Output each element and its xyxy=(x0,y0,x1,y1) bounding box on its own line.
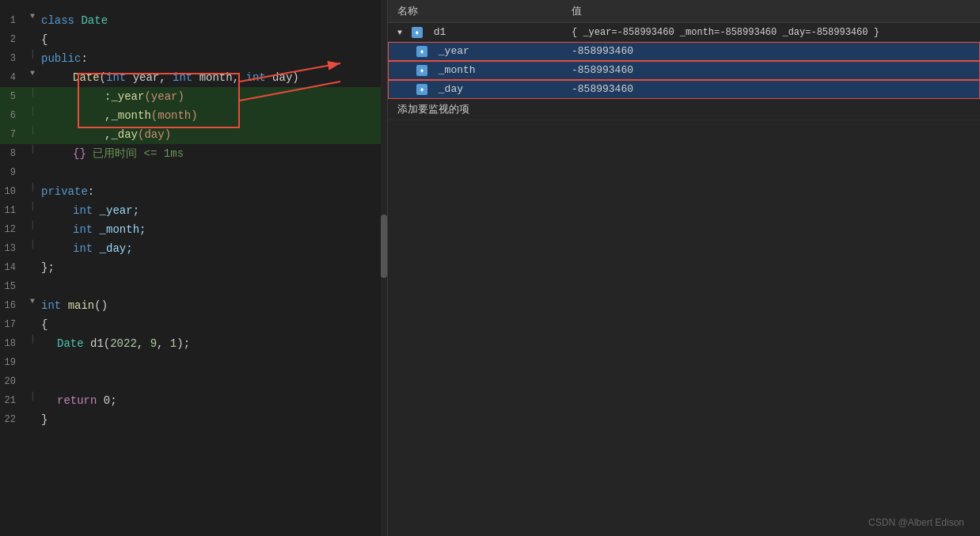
day-var-icon: ♦ xyxy=(416,84,427,95)
code-line-1: 1 ▼ class Date xyxy=(0,11,387,30)
year-name: _year xyxy=(439,45,469,57)
code-line-7: 7 │ ,_day(day) xyxy=(0,125,387,144)
code-line-19: 19 xyxy=(0,353,387,372)
code-line-2: 2 { xyxy=(0,30,387,49)
add-watch-row[interactable]: 添加要监视的项 xyxy=(388,99,980,120)
code-line-14: 14 }; xyxy=(0,258,387,277)
main-container: 1 ▼ class Date 2 { 3 │ public: xyxy=(0,0,980,536)
scrollbar-track[interactable] xyxy=(381,0,387,536)
year-var-icon: ♦ xyxy=(416,46,427,57)
debug-row-month[interactable]: ♦ _month -858993460 xyxy=(388,61,980,80)
code-line-22: 22 } xyxy=(0,410,387,429)
day-value-cell: -858993460 xyxy=(562,80,980,99)
d1-name-cell: ▼ ♦ d1 xyxy=(388,23,562,42)
code-line-9: 9 xyxy=(0,163,387,182)
month-var-icon: ♦ xyxy=(416,65,427,76)
debug-row-day[interactable]: ♦ _day -858993460 xyxy=(388,80,980,99)
scrollbar-thumb[interactable] xyxy=(381,215,387,278)
d1-value-cell: { _year=-858993460 _month=-858993460 _da… xyxy=(562,23,980,42)
code-line-15: 15 xyxy=(0,277,387,296)
debug-row-d1[interactable]: ▼ ♦ d1 { _year=-858993460 _month=-858993… xyxy=(388,23,980,42)
collapse-icon-main[interactable]: ▼ xyxy=(30,297,35,306)
code-line-16: 16 ▼ int main() xyxy=(0,296,387,315)
code-line-3: 3 │ public: xyxy=(0,49,387,68)
debug-table: 名称 值 ▼ ♦ d1 { _year=-858993460 _month=-8… xyxy=(388,0,980,120)
month-name-cell: ♦ _month xyxy=(388,61,562,80)
code-line-12: 12 │ int _month; xyxy=(0,220,387,239)
d1-var-icon: ♦ xyxy=(412,27,423,38)
code-line-21: 21 │ return 0; xyxy=(0,391,387,410)
debug-row-year[interactable]: ♦ _year -858993460 xyxy=(388,42,980,61)
collapse-icon[interactable]: ▼ xyxy=(30,12,35,21)
code-line-18: 18 │ Date d1(2022, 9, 1); xyxy=(0,334,387,353)
col-value-header: 值 xyxy=(562,0,980,23)
year-value-cell: -858993460 xyxy=(562,42,980,61)
code-line-13: 13 │ int _day; xyxy=(0,239,387,258)
year-name-cell: ♦ _year xyxy=(388,42,562,61)
code-line-17: 17 { xyxy=(0,315,387,334)
col-name-header: 名称 xyxy=(388,0,562,23)
code-line-4: 4 ▼ Date(int year, int month, int day) xyxy=(0,68,387,87)
code-line-10: 10 │ private: xyxy=(0,182,387,201)
code-line-8: 8 │ {} 已用时间 <= 1ms xyxy=(0,144,387,163)
debug-panel: 名称 值 ▼ ♦ d1 { _year=-858993460 _month=-8… xyxy=(388,0,980,536)
day-name-cell: ♦ _day xyxy=(388,80,562,99)
day-name: _day xyxy=(439,83,463,95)
code-line-20: 20 xyxy=(0,372,387,391)
collapse-icon-date[interactable]: ▼ xyxy=(30,69,35,78)
add-watch-label[interactable]: 添加要监视的项 xyxy=(388,99,980,120)
code-line-6: 6 │ ,_month(month) xyxy=(0,106,387,125)
month-value-cell: -858993460 xyxy=(562,61,980,80)
expand-icon-d1[interactable]: ▼ xyxy=(397,29,402,37)
code-line-5: 5 │ :_year(year) xyxy=(0,87,387,106)
code-panel: 1 ▼ class Date 2 { 3 │ public: xyxy=(0,0,388,536)
month-name: _month xyxy=(439,64,476,76)
code-line-11: 11 │ int _year; xyxy=(0,201,387,220)
credit-text: CSDN @Albert Edison xyxy=(868,517,964,528)
d1-name: d1 xyxy=(434,26,446,38)
